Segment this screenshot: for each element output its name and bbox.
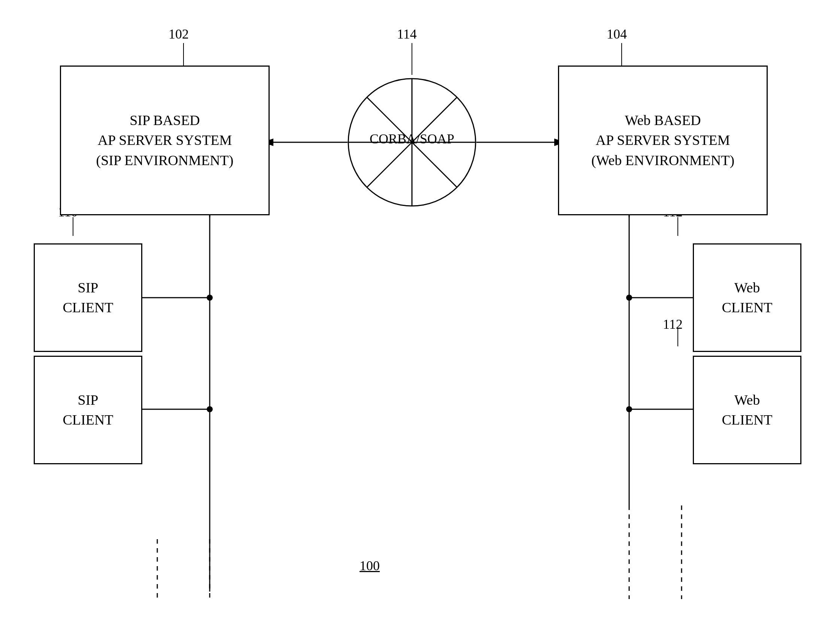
corba-soap-label: CORBA/SOAP (360, 131, 464, 147)
web-client-1-label: Web CLIENT (722, 278, 772, 318)
web-client-2-box: Web CLIENT (693, 356, 801, 464)
svg-point-25 (626, 295, 632, 301)
ref-100: 100 (360, 558, 380, 574)
ref-112-bottom: 112 (663, 316, 683, 332)
sip-client-2-box: SIP CLIENT (34, 356, 142, 464)
web-client-1-box: Web CLIENT (693, 243, 801, 352)
ref-114: 114 (397, 26, 417, 42)
sip-client-1-box: SIP CLIENT (34, 243, 142, 352)
sip-client-2-label: SIP CLIENT (62, 390, 113, 430)
svg-point-18 (207, 295, 213, 301)
diagram-container: 102 114 104 110 110 112 112 100 SIP BASE… (0, 0, 831, 644)
sip-server-box: SIP BASED AP SERVER SYSTEM (SIP ENVIRONM… (60, 65, 270, 215)
ref-102: 102 (169, 26, 189, 42)
sip-server-label: SIP BASED AP SERVER SYSTEM (SIP ENVIRONM… (96, 110, 234, 170)
svg-point-20 (207, 406, 213, 412)
web-server-label: Web BASED AP SERVER SYSTEM (Web ENVIRONM… (591, 110, 734, 170)
web-client-2-label: Web CLIENT (722, 390, 772, 430)
svg-point-27 (626, 406, 632, 412)
sip-client-1-label: SIP CLIENT (62, 278, 113, 318)
web-server-box: Web BASED AP SERVER SYSTEM (Web ENVIRONM… (558, 65, 768, 215)
ref-104: 104 (607, 26, 627, 42)
